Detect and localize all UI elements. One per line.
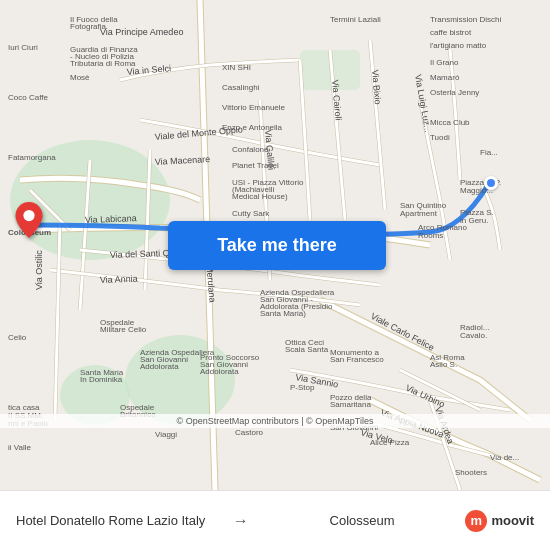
svg-text:Iuri Ciuri: Iuri Ciuri	[8, 43, 38, 52]
svg-text:Fia...: Fia...	[480, 148, 498, 157]
svg-text:P-Stop: P-Stop	[290, 383, 315, 392]
svg-text:Vittorio Emanuele: Vittorio Emanuele	[222, 103, 286, 112]
svg-text:Il Grano: Il Grano	[430, 58, 459, 67]
take-me-there-button[interactable]: Take me there	[168, 221, 386, 270]
svg-text:Coco Caffe: Coco Caffe	[8, 93, 48, 102]
svg-text:Casalinghi: Casalinghi	[222, 83, 260, 92]
svg-text:Militare Celio: Militare Celio	[100, 325, 147, 334]
start-pin	[15, 202, 43, 242]
moovit-logo: m moovit	[465, 510, 534, 532]
svg-text:Enzo e Antonella: Enzo e Antonella	[222, 123, 283, 132]
svg-text:Addolorata: Addolorata	[140, 362, 179, 371]
arrow-icon: →	[233, 512, 249, 530]
to-location-label: Colosseum	[259, 513, 466, 528]
svg-point-102	[23, 210, 34, 221]
svg-text:Celio: Celio	[8, 333, 27, 342]
svg-text:Via Annia: Via Annia	[100, 274, 138, 285]
svg-text:Asilo S.: Asilo S.	[430, 360, 457, 369]
svg-text:In Dominika: In Dominika	[80, 375, 123, 384]
svg-text:Via Principe Amedeo: Via Principe Amedeo	[100, 27, 183, 37]
svg-text:Santa Maria): Santa Maria)	[260, 309, 306, 318]
svg-text:caffe bistrot: caffe bistrot	[430, 28, 472, 37]
svg-text:l'artigiano matto: l'artigiano matto	[430, 41, 487, 50]
svg-text:San Francesco: San Francesco	[330, 355, 384, 364]
svg-text:in Geru.: in Geru.	[460, 216, 488, 225]
from-location-label: Hotel Donatello Rome Lazio Italy	[16, 513, 223, 528]
svg-text:Planet Travel: Planet Travel	[232, 161, 279, 170]
svg-text:Samaritana: Samaritana	[330, 400, 371, 409]
svg-text:ii Valle: ii Valle	[8, 443, 32, 452]
svg-text:Castoro: Castoro	[235, 428, 264, 437]
svg-text:Via de...: Via de...	[490, 453, 519, 462]
moovit-logo-icon: m	[465, 510, 487, 532]
svg-text:Via Labicana: Via Labicana	[85, 213, 137, 225]
map-container: Via Labicana Via del Santi Quattro Via A…	[0, 0, 550, 490]
svg-text:Alice Pizza: Alice Pizza	[370, 438, 410, 447]
svg-text:Cutty Sark: Cutty Sark	[232, 209, 270, 218]
svg-text:Osterla Jenny: Osterla Jenny	[430, 88, 479, 97]
end-marker	[484, 176, 498, 190]
svg-text:Transmission Dischi: Transmission Dischi	[430, 15, 501, 24]
svg-text:Medical House): Medical House)	[232, 192, 288, 201]
svg-text:Addolorata: Addolorata	[200, 367, 239, 376]
svg-text:Via Ostilic: Via Ostilic	[34, 250, 44, 290]
svg-text:Confalone: Confalone	[232, 145, 269, 154]
svg-text:Micca Club: Micca Club	[430, 118, 470, 127]
svg-text:Tributaria di Roma: Tributaria di Roma	[70, 59, 136, 68]
svg-text:Fatamorgana: Fatamorgana	[8, 153, 56, 162]
svg-text:Tuodi: Tuodi	[430, 133, 450, 142]
svg-text:Apartment: Apartment	[400, 209, 438, 218]
svg-text:Mosè: Mosè	[70, 73, 90, 82]
svg-text:XIN SHI: XIN SHI	[222, 63, 251, 72]
svg-text:Fotografia: Fotografia	[70, 22, 107, 31]
svg-text:Scala Santa: Scala Santa	[285, 345, 329, 354]
svg-text:Shooters: Shooters	[455, 468, 487, 477]
svg-text:Rooms: Rooms	[418, 231, 443, 240]
svg-text:Mamaró: Mamaró	[430, 73, 460, 82]
moovit-logo-text: moovit	[491, 513, 534, 528]
bottom-bar: Hotel Donatello Rome Lazio Italy → Colos…	[0, 490, 550, 550]
svg-text:Viaggi: Viaggi	[155, 430, 177, 439]
svg-text:Termini Laziali: Termini Laziali	[330, 15, 381, 24]
svg-text:Cavalo.: Cavalo.	[460, 331, 487, 340]
map-attribution: © OpenStreetMap contributors | © OpenMap…	[0, 414, 550, 428]
